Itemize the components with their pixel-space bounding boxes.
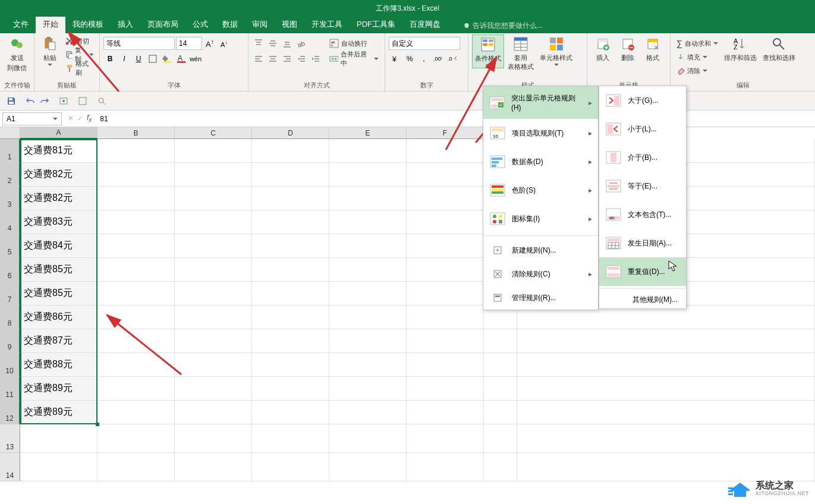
delete-cells-button[interactable]: 删除: [616, 34, 640, 64]
row-header[interactable]: 5: [0, 234, 20, 258]
format-as-table-button[interactable]: 套用 表格格式: [505, 34, 536, 73]
cell[interactable]: [97, 234, 175, 258]
cell-styles-button[interactable]: 单元格样式: [537, 34, 575, 67]
column-header[interactable]: E: [329, 127, 407, 139]
tab-baidu[interactable]: 百度网盘: [402, 15, 448, 33]
save-button[interactable]: [5, 94, 18, 108]
column-header[interactable]: B: [97, 127, 175, 139]
cell[interactable]: [97, 282, 175, 305]
cell[interactable]: [329, 234, 407, 258]
cell[interactable]: [252, 187, 329, 210]
cell[interactable]: [97, 377, 175, 401]
cell[interactable]: 交通费89元: [20, 401, 97, 424]
undo-button[interactable]: [24, 94, 37, 108]
menu-item[interactable]: 大于(G)...: [599, 86, 686, 115]
tab-view[interactable]: 视图: [275, 15, 304, 33]
cell[interactable]: [484, 401, 517, 424]
find-select-button[interactable]: 查找和选择: [760, 34, 798, 64]
cell[interactable]: [175, 305, 252, 329]
cell[interactable]: [517, 353, 815, 377]
cell[interactable]: [407, 453, 484, 481]
select-all-corner[interactable]: [0, 127, 20, 139]
cell[interactable]: [97, 210, 175, 234]
cell[interactable]: [329, 329, 407, 353]
cell[interactable]: 交通费89元: [20, 377, 97, 401]
tab-templates[interactable]: 我的模板: [65, 15, 111, 33]
cell[interactable]: [329, 139, 407, 163]
cell[interactable]: [175, 258, 252, 282]
cell[interactable]: [407, 329, 484, 353]
row-header[interactable]: 6: [0, 258, 20, 282]
cell[interactable]: [175, 401, 252, 424]
menu-item[interactable]: 图标集(I)▸: [483, 204, 598, 233]
redo-button[interactable]: [38, 94, 51, 108]
row-header[interactable]: 3: [0, 187, 20, 210]
tab-developer[interactable]: 开发工具: [304, 15, 350, 33]
cell[interactable]: [252, 139, 329, 163]
cell[interactable]: [407, 377, 484, 401]
cell[interactable]: [20, 424, 97, 453]
cell[interactable]: 交通费81元: [20, 139, 97, 163]
cell[interactable]: [407, 234, 484, 258]
increase-decimal-button[interactable]: .00: [432, 52, 445, 65]
insert-cells-button[interactable]: 插入: [591, 34, 615, 64]
cell[interactable]: [252, 401, 329, 424]
cell[interactable]: 交通费87元: [20, 329, 97, 353]
cell[interactable]: [97, 453, 175, 481]
menu-item[interactable]: ab文本包含(T)...: [599, 200, 686, 229]
paste-button[interactable]: 粘贴: [38, 34, 62, 67]
row-header[interactable]: 7: [0, 282, 20, 305]
increase-font-button[interactable]: A↑: [203, 37, 216, 50]
autosum-button[interactable]: ∑自动求和: [674, 37, 720, 50]
cell[interactable]: 交通费84元: [20, 234, 97, 258]
cell[interactable]: [329, 187, 407, 210]
phonetic-button[interactable]: wén: [189, 52, 202, 65]
cell[interactable]: [175, 377, 252, 401]
cell[interactable]: [407, 305, 484, 329]
cell[interactable]: [484, 453, 517, 481]
cell[interactable]: [175, 282, 252, 305]
merge-center-button[interactable]: 合并后居中: [327, 52, 381, 65]
row-header[interactable]: 12: [0, 401, 20, 424]
comma-button[interactable]: ,: [417, 52, 430, 65]
cell[interactable]: [97, 401, 175, 424]
qat-btn-1[interactable]: [57, 94, 70, 108]
cell[interactable]: [407, 353, 484, 377]
cell[interactable]: [252, 377, 329, 401]
cell[interactable]: [407, 139, 484, 163]
row-header[interactable]: 9: [0, 329, 20, 353]
decrease-font-button[interactable]: A↓: [218, 37, 231, 50]
column-header[interactable]: A: [20, 127, 97, 139]
qat-btn-3[interactable]: [95, 94, 108, 108]
decrease-decimal-button[interactable]: .0: [446, 52, 459, 65]
menu-item[interactable]: 色阶(S)▸: [483, 176, 598, 204]
cell[interactable]: 交通费82元: [20, 163, 97, 187]
cell[interactable]: [97, 163, 175, 187]
align-bottom-button[interactable]: [281, 37, 294, 50]
qat-btn-2[interactable]: [76, 94, 89, 108]
row-header[interactable]: 10: [0, 353, 20, 377]
cell[interactable]: [329, 401, 407, 424]
cell[interactable]: [517, 424, 815, 453]
fx-button[interactable]: fx: [87, 114, 92, 123]
cell[interactable]: 交通费83元: [20, 210, 97, 234]
cell[interactable]: [252, 353, 329, 377]
cell[interactable]: [329, 377, 407, 401]
tab-data[interactable]: 数据: [215, 15, 245, 33]
cell[interactable]: [97, 424, 175, 453]
cell[interactable]: [175, 210, 252, 234]
cell[interactable]: [252, 234, 329, 258]
cell[interactable]: [517, 329, 815, 353]
cell[interactable]: [329, 353, 407, 377]
cell[interactable]: [175, 234, 252, 258]
cell[interactable]: [329, 282, 407, 305]
increase-indent-button[interactable]: [309, 52, 322, 65]
worksheet-grid[interactable]: ABCDEFJ 1交通费81元2交通费82元3交通费82元4交通费83元5交通费…: [0, 127, 815, 504]
cell[interactable]: [329, 424, 407, 453]
conditional-formatting-button[interactable]: 条件格式: [472, 34, 504, 68]
menu-item[interactable]: 数据条(D)▸: [483, 147, 598, 176]
cell[interactable]: [252, 282, 329, 305]
menu-item[interactable]: 介于(B)...: [599, 143, 686, 172]
menu-item[interactable]: 等于(E)...: [599, 172, 686, 200]
align-left-button[interactable]: [252, 52, 265, 65]
